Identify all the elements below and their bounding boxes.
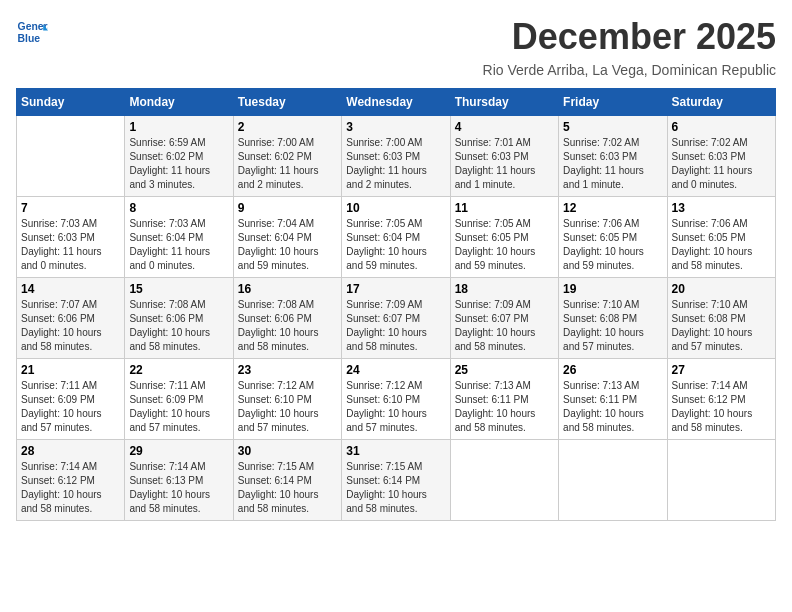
- logo: General Blue General Blue: [16, 16, 48, 48]
- day-number: 20: [672, 282, 771, 296]
- day-info: Sunrise: 7:13 AM Sunset: 6:11 PM Dayligh…: [563, 379, 662, 435]
- day-info: Sunrise: 7:08 AM Sunset: 6:06 PM Dayligh…: [129, 298, 228, 354]
- day-cell: 17Sunrise: 7:09 AM Sunset: 6:07 PM Dayli…: [342, 278, 450, 359]
- location: Rio Verde Arriba, La Vega, Dominican Rep…: [16, 62, 776, 78]
- day-number: 4: [455, 120, 554, 134]
- day-cell: 4Sunrise: 7:01 AM Sunset: 6:03 PM Daylig…: [450, 116, 558, 197]
- day-info: Sunrise: 7:12 AM Sunset: 6:10 PM Dayligh…: [346, 379, 445, 435]
- day-number: 3: [346, 120, 445, 134]
- day-number: 13: [672, 201, 771, 215]
- week-row-3: 14Sunrise: 7:07 AM Sunset: 6:06 PM Dayli…: [17, 278, 776, 359]
- day-info: Sunrise: 6:59 AM Sunset: 6:02 PM Dayligh…: [129, 136, 228, 192]
- day-number: 18: [455, 282, 554, 296]
- day-info: Sunrise: 7:14 AM Sunset: 6:12 PM Dayligh…: [21, 460, 120, 516]
- day-number: 23: [238, 363, 337, 377]
- day-number: 11: [455, 201, 554, 215]
- day-number: 10: [346, 201, 445, 215]
- day-number: 12: [563, 201, 662, 215]
- day-cell: 2Sunrise: 7:00 AM Sunset: 6:02 PM Daylig…: [233, 116, 341, 197]
- day-cell: 22Sunrise: 7:11 AM Sunset: 6:09 PM Dayli…: [125, 359, 233, 440]
- day-cell: 19Sunrise: 7:10 AM Sunset: 6:08 PM Dayli…: [559, 278, 667, 359]
- day-cell: [667, 440, 775, 521]
- day-cell: 25Sunrise: 7:13 AM Sunset: 6:11 PM Dayli…: [450, 359, 558, 440]
- day-cell: 31Sunrise: 7:15 AM Sunset: 6:14 PM Dayli…: [342, 440, 450, 521]
- day-info: Sunrise: 7:10 AM Sunset: 6:08 PM Dayligh…: [672, 298, 771, 354]
- day-cell: 28Sunrise: 7:14 AM Sunset: 6:12 PM Dayli…: [17, 440, 125, 521]
- day-cell: [17, 116, 125, 197]
- day-info: Sunrise: 7:09 AM Sunset: 6:07 PM Dayligh…: [455, 298, 554, 354]
- day-info: Sunrise: 7:05 AM Sunset: 6:05 PM Dayligh…: [455, 217, 554, 273]
- day-number: 5: [563, 120, 662, 134]
- logo-icon: General Blue: [16, 16, 48, 48]
- day-info: Sunrise: 7:10 AM Sunset: 6:08 PM Dayligh…: [563, 298, 662, 354]
- header-monday: Monday: [125, 89, 233, 116]
- day-number: 27: [672, 363, 771, 377]
- day-cell: 3Sunrise: 7:00 AM Sunset: 6:03 PM Daylig…: [342, 116, 450, 197]
- day-info: Sunrise: 7:02 AM Sunset: 6:03 PM Dayligh…: [563, 136, 662, 192]
- day-cell: 21Sunrise: 7:11 AM Sunset: 6:09 PM Dayli…: [17, 359, 125, 440]
- day-cell: 11Sunrise: 7:05 AM Sunset: 6:05 PM Dayli…: [450, 197, 558, 278]
- day-cell: 15Sunrise: 7:08 AM Sunset: 6:06 PM Dayli…: [125, 278, 233, 359]
- day-info: Sunrise: 7:05 AM Sunset: 6:04 PM Dayligh…: [346, 217, 445, 273]
- day-cell: 7Sunrise: 7:03 AM Sunset: 6:03 PM Daylig…: [17, 197, 125, 278]
- day-cell: 23Sunrise: 7:12 AM Sunset: 6:10 PM Dayli…: [233, 359, 341, 440]
- day-cell: 14Sunrise: 7:07 AM Sunset: 6:06 PM Dayli…: [17, 278, 125, 359]
- day-info: Sunrise: 7:03 AM Sunset: 6:03 PM Dayligh…: [21, 217, 120, 273]
- day-cell: 13Sunrise: 7:06 AM Sunset: 6:05 PM Dayli…: [667, 197, 775, 278]
- day-info: Sunrise: 7:06 AM Sunset: 6:05 PM Dayligh…: [563, 217, 662, 273]
- header: General Blue General Blue December 2025: [16, 16, 776, 58]
- day-cell: 16Sunrise: 7:08 AM Sunset: 6:06 PM Dayli…: [233, 278, 341, 359]
- day-cell: 12Sunrise: 7:06 AM Sunset: 6:05 PM Dayli…: [559, 197, 667, 278]
- day-cell: 5Sunrise: 7:02 AM Sunset: 6:03 PM Daylig…: [559, 116, 667, 197]
- day-number: 8: [129, 201, 228, 215]
- day-cell: 6Sunrise: 7:02 AM Sunset: 6:03 PM Daylig…: [667, 116, 775, 197]
- week-row-1: 1Sunrise: 6:59 AM Sunset: 6:02 PM Daylig…: [17, 116, 776, 197]
- day-number: 7: [21, 201, 120, 215]
- day-number: 24: [346, 363, 445, 377]
- day-info: Sunrise: 7:00 AM Sunset: 6:02 PM Dayligh…: [238, 136, 337, 192]
- svg-text:Blue: Blue: [18, 33, 41, 44]
- day-info: Sunrise: 7:14 AM Sunset: 6:12 PM Dayligh…: [672, 379, 771, 435]
- day-info: Sunrise: 7:11 AM Sunset: 6:09 PM Dayligh…: [21, 379, 120, 435]
- day-number: 25: [455, 363, 554, 377]
- day-number: 22: [129, 363, 228, 377]
- day-number: 17: [346, 282, 445, 296]
- calendar-table: Sunday Monday Tuesday Wednesday Thursday…: [16, 88, 776, 521]
- day-number: 26: [563, 363, 662, 377]
- weekday-header-row: Sunday Monday Tuesday Wednesday Thursday…: [17, 89, 776, 116]
- day-number: 31: [346, 444, 445, 458]
- day-info: Sunrise: 7:06 AM Sunset: 6:05 PM Dayligh…: [672, 217, 771, 273]
- day-info: Sunrise: 7:03 AM Sunset: 6:04 PM Dayligh…: [129, 217, 228, 273]
- week-row-4: 21Sunrise: 7:11 AM Sunset: 6:09 PM Dayli…: [17, 359, 776, 440]
- day-info: Sunrise: 7:15 AM Sunset: 6:14 PM Dayligh…: [346, 460, 445, 516]
- header-wednesday: Wednesday: [342, 89, 450, 116]
- day-info: Sunrise: 7:08 AM Sunset: 6:06 PM Dayligh…: [238, 298, 337, 354]
- day-cell: 18Sunrise: 7:09 AM Sunset: 6:07 PM Dayli…: [450, 278, 558, 359]
- day-info: Sunrise: 7:13 AM Sunset: 6:11 PM Dayligh…: [455, 379, 554, 435]
- day-info: Sunrise: 7:02 AM Sunset: 6:03 PM Dayligh…: [672, 136, 771, 192]
- day-cell: 1Sunrise: 6:59 AM Sunset: 6:02 PM Daylig…: [125, 116, 233, 197]
- day-number: 1: [129, 120, 228, 134]
- day-info: Sunrise: 7:15 AM Sunset: 6:14 PM Dayligh…: [238, 460, 337, 516]
- day-cell: 26Sunrise: 7:13 AM Sunset: 6:11 PM Dayli…: [559, 359, 667, 440]
- day-info: Sunrise: 7:11 AM Sunset: 6:09 PM Dayligh…: [129, 379, 228, 435]
- day-cell: 24Sunrise: 7:12 AM Sunset: 6:10 PM Dayli…: [342, 359, 450, 440]
- week-row-5: 28Sunrise: 7:14 AM Sunset: 6:12 PM Dayli…: [17, 440, 776, 521]
- day-info: Sunrise: 7:14 AM Sunset: 6:13 PM Dayligh…: [129, 460, 228, 516]
- day-number: 30: [238, 444, 337, 458]
- day-cell: 8Sunrise: 7:03 AM Sunset: 6:04 PM Daylig…: [125, 197, 233, 278]
- day-cell: [559, 440, 667, 521]
- day-cell: 9Sunrise: 7:04 AM Sunset: 6:04 PM Daylig…: [233, 197, 341, 278]
- day-info: Sunrise: 7:09 AM Sunset: 6:07 PM Dayligh…: [346, 298, 445, 354]
- day-number: 14: [21, 282, 120, 296]
- day-info: Sunrise: 7:12 AM Sunset: 6:10 PM Dayligh…: [238, 379, 337, 435]
- day-cell: 27Sunrise: 7:14 AM Sunset: 6:12 PM Dayli…: [667, 359, 775, 440]
- day-cell: 30Sunrise: 7:15 AM Sunset: 6:14 PM Dayli…: [233, 440, 341, 521]
- day-info: Sunrise: 7:04 AM Sunset: 6:04 PM Dayligh…: [238, 217, 337, 273]
- day-info: Sunrise: 7:07 AM Sunset: 6:06 PM Dayligh…: [21, 298, 120, 354]
- month-year: December 2025: [512, 16, 776, 58]
- title-block: December 2025: [512, 16, 776, 58]
- day-number: 21: [21, 363, 120, 377]
- day-number: 15: [129, 282, 228, 296]
- week-row-2: 7Sunrise: 7:03 AM Sunset: 6:03 PM Daylig…: [17, 197, 776, 278]
